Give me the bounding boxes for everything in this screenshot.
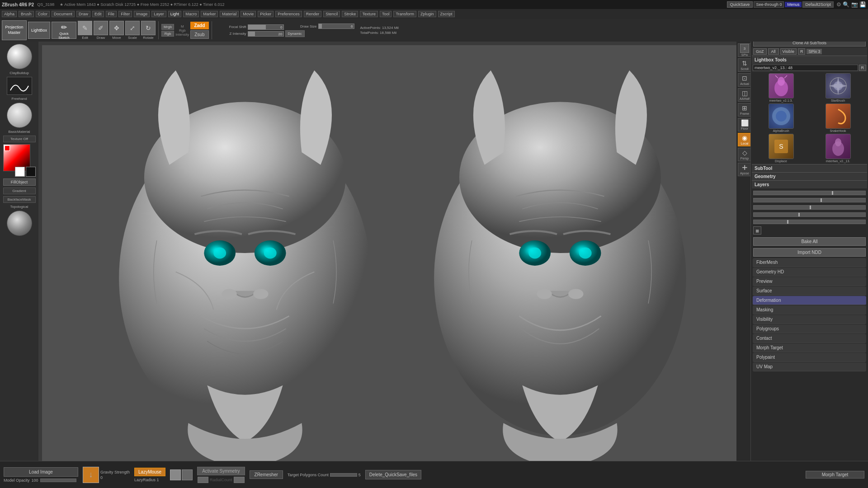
tool-thumb-alphabrush[interactable]: AlphaBrush [753, 103, 809, 132]
quick-sketch-button[interactable]: ✏ Quick Sketch [52, 22, 76, 39]
layer-slider-5[interactable] [753, 220, 866, 224]
filter-menu[interactable]: Filter [118, 11, 132, 17]
picker-menu[interactable]: Picker [258, 11, 274, 17]
edit-button[interactable]: ✎ [78, 21, 92, 35]
apose-icon-button[interactable]: 🞢 Apose [738, 163, 751, 176]
layer-slider-2[interactable] [753, 198, 866, 202]
tool-thumb-meertwo2[interactable]: meertwo_v2._13. [810, 134, 866, 163]
fibermesh-section[interactable]: FiberMesh [753, 258, 866, 267]
z-intensity-slider[interactable]: 20 [248, 31, 284, 37]
document-menu[interactable]: Document [52, 11, 75, 17]
layer-slider-4[interactable] [753, 212, 866, 217]
default2script-button[interactable]: Default2Script [802, 1, 834, 8]
masking-section[interactable]: Masking [753, 305, 866, 314]
goz-button[interactable]: GoZ [753, 48, 767, 55]
background-swatch[interactable] [26, 167, 36, 177]
scale-button[interactable]: ⤢ [125, 21, 140, 35]
gravity-icon[interactable]: ↓ [83, 467, 99, 483]
draw-button[interactable]: ✐ [94, 21, 108, 35]
file-menu[interactable]: File [106, 11, 117, 17]
stroke-menu[interactable]: Stroke [342, 11, 358, 17]
transform-menu[interactable]: Transform [393, 11, 416, 17]
delete-quicksave-button[interactable]: Delete_QuickSave_files [365, 470, 421, 479]
preferences-menu[interactable]: Preferences [275, 11, 302, 17]
layers-header[interactable]: Layers [752, 180, 867, 188]
surface-section[interactable]: Surface [753, 286, 866, 296]
image-menu[interactable]: Image [134, 11, 150, 17]
zadd-button[interactable]: Zadd [190, 22, 208, 29]
aahalf-icon-button[interactable]: ◫ AAHalf [738, 88, 751, 102]
alpha-menu[interactable]: Alpha [2, 11, 17, 17]
visible-button[interactable]: Visible [780, 48, 797, 55]
dynamic-button[interactable]: Dynamic [285, 30, 305, 37]
import-ndd-button[interactable]: Import NDD [753, 248, 866, 257]
edit-menu[interactable]: Edit [92, 11, 104, 17]
rotate-button[interactable]: ↻ [141, 21, 156, 35]
lightbox-tools-header[interactable]: Lightbox Tools [752, 56, 867, 64]
brush-menu[interactable]: Brush [19, 11, 34, 17]
material-sphere[interactable] [7, 103, 32, 128]
lazy-mouse-button[interactable]: LazyMouse [134, 468, 165, 476]
activate-symmetry-button[interactable]: Activate Symmetry [197, 467, 245, 475]
macro-menu[interactable]: Macro [183, 11, 199, 17]
focal-shift-slider[interactable]: 0 [248, 24, 284, 30]
zsub-button[interactable]: Zsub [190, 30, 208, 39]
draw-size-slider[interactable]: 6 [318, 23, 354, 29]
tool-thumb-meertwo[interactable]: meertwo_v2.1:3. [753, 73, 809, 102]
uv-map-section[interactable]: UV Map [753, 362, 866, 371]
model-opacity-slider[interactable] [40, 479, 76, 482]
frame-icon-button[interactable]: ⊞ Frame [738, 103, 751, 117]
all-button[interactable]: All [768, 48, 779, 55]
draw-menu[interactable]: Draw [76, 11, 90, 17]
viewport-svg[interactable] [42, 45, 750, 461]
render-menu[interactable]: Render [304, 11, 322, 17]
tool-thumb-displace[interactable]: S Displace [753, 134, 809, 163]
brush-preview[interactable] [7, 44, 32, 69]
tool-menu[interactable]: Tool [380, 11, 392, 17]
target-poly-slider[interactable] [330, 473, 357, 477]
move-button[interactable]: ✥ [109, 21, 124, 35]
persp-icon-button[interactable]: ◇ Persp [738, 148, 751, 161]
layer-menu[interactable]: Layer [151, 11, 166, 17]
visibility-section[interactable]: Visibility [753, 315, 866, 324]
rgb-button[interactable]: Rgb [161, 31, 174, 37]
backface-mask-button[interactable]: BackfaceMask [3, 196, 36, 203]
zscript-menu[interactable]: Zscript [438, 11, 455, 17]
morph-target-section[interactable]: Morph Target [753, 343, 866, 352]
lightbox-button[interactable]: LightBox [28, 22, 50, 39]
zremesher-button[interactable]: ZRemesher [250, 470, 283, 479]
marker-menu[interactable]: Marker [201, 11, 218, 17]
radial-btn-1[interactable] [198, 477, 208, 483]
layer-slider-1[interactable] [753, 191, 866, 195]
load-image-button[interactable]: Load Image [4, 467, 78, 477]
polypaint-section[interactable]: Polypaint [753, 353, 866, 362]
menus-button[interactable]: Menus [785, 2, 802, 7]
floor-icon-button[interactable]: ⬜ Floor [738, 118, 751, 131]
bake-all-button[interactable]: Bake All [753, 237, 866, 246]
mrgb-button[interactable]: Mrgb [161, 24, 174, 30]
deformation-section[interactable]: Deformation [753, 296, 866, 305]
scroll-icon-button[interactable]: ⇅ Scroll [738, 58, 751, 72]
radial-btn-2[interactable] [234, 477, 245, 483]
texture-menu[interactable]: Texture [360, 11, 378, 17]
layer-slider-3[interactable] [753, 205, 866, 210]
movie-menu[interactable]: Movie [241, 11, 256, 17]
stencil-menu[interactable]: Stencil [323, 11, 340, 17]
projection-master-button[interactable]: Tool ProjectionMaster [2, 20, 27, 40]
morph-target-button[interactable]: Morph Target [806, 471, 864, 479]
canvas-frame[interactable] [42, 45, 750, 461]
texture-off-button[interactable]: Texture Off [3, 136, 36, 142]
geometry-hd-section[interactable]: Geometry HD [753, 267, 866, 277]
preview-section[interactable]: Preview [753, 277, 866, 286]
canvas-area[interactable] [38, 42, 750, 461]
r-button[interactable]: R [798, 48, 806, 55]
topology-sphere[interactable] [7, 211, 32, 236]
tool-thumb-starburst[interactable]: StarBrush [810, 73, 866, 102]
polygroups-section[interactable]: Polygroups [753, 324, 866, 333]
color-ind-2[interactable] [182, 469, 193, 480]
zplugin-menu[interactable]: Zplugin [418, 11, 436, 17]
spix-icon-button[interactable]: 3 SPix [738, 43, 751, 57]
tool-thumb-snakehook[interactable]: SnakeHook [810, 103, 866, 132]
tool-name-r-btn[interactable]: R [859, 65, 867, 71]
gradient-button[interactable]: Gradient [3, 188, 36, 194]
